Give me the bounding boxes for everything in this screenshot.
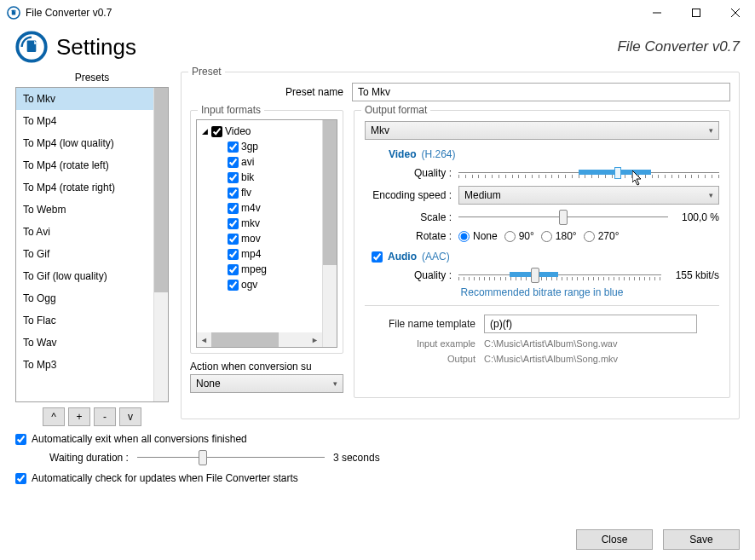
preset-name-input[interactable]	[352, 83, 730, 101]
format-checkbox[interactable]	[228, 172, 239, 183]
preset-item[interactable]: To Gif (low quality)	[16, 265, 153, 287]
tree-group-video[interactable]: ◢ Video	[199, 124, 320, 139]
header: Settings File Converter v0.7	[0, 26, 755, 72]
close-button[interactable]	[716, 0, 755, 26]
input-example-value: C:\Music\Artist\Album\Song.wav	[484, 338, 618, 349]
bottom-options: Automatically exit when all conversions …	[0, 426, 755, 484]
format-label: avi	[241, 156, 254, 168]
rotate-option[interactable]: 270°	[584, 230, 620, 242]
output-format-select[interactable]: Mkv ▾	[365, 121, 719, 140]
video-quality-slider[interactable]	[458, 165, 719, 181]
format-checkbox[interactable]	[228, 249, 239, 260]
tree-item[interactable]: mp4	[199, 246, 320, 262]
preset-move-down-button[interactable]: v	[119, 407, 141, 426]
format-checkbox[interactable]	[228, 234, 239, 245]
preset-item[interactable]: To Flac	[16, 309, 153, 332]
minimize-button[interactable]	[637, 0, 677, 26]
input-formats-vscroll[interactable]	[322, 120, 337, 347]
preset-item[interactable]: To Mp3	[16, 354, 153, 376]
tree-item[interactable]: flv	[199, 185, 320, 200]
scale-slider[interactable]	[458, 210, 668, 225]
preset-item[interactable]: To Gif	[16, 243, 153, 265]
preset-item[interactable]: To Webm	[16, 199, 153, 221]
rotate-radio[interactable]	[584, 231, 595, 242]
rotate-radio[interactable]	[504, 231, 516, 242]
auto-exit-label[interactable]: Automatically exit when all conversions …	[32, 433, 247, 445]
filename-template-input[interactable]	[484, 315, 697, 333]
preset-move-up-button[interactable]: ^	[43, 407, 65, 426]
encoding-speed-value: Medium	[464, 189, 501, 201]
input-formats-tree[interactable]: ◢ Video 3gp avi bik flv m4v mkv mov mp4 …	[196, 119, 337, 348]
rotate-label: Rotate :	[365, 230, 458, 242]
preset-item[interactable]: To Mp4 (low quality)	[16, 132, 153, 154]
preset-item[interactable]: To Mkv	[16, 88, 153, 110]
tree-item[interactable]: m4v	[199, 200, 320, 216]
audio-enable-checkbox[interactable]	[372, 251, 383, 263]
tree-item[interactable]: mov	[199, 231, 320, 246]
tree-item[interactable]: bik	[199, 170, 320, 185]
waiting-duration-slider[interactable]	[137, 450, 325, 465]
maximize-button[interactable]	[677, 0, 716, 26]
format-label: mpeg	[241, 263, 267, 275]
tree-item[interactable]: avi	[199, 154, 320, 170]
format-checkbox[interactable]	[228, 280, 239, 291]
tree-item[interactable]: 3gp	[199, 139, 320, 154]
tree-item[interactable]: mkv	[199, 216, 320, 231]
auto-exit-checkbox[interactable]	[15, 434, 26, 445]
audio-quality-slider[interactable]	[458, 268, 661, 283]
svg-rect-3	[693, 9, 700, 17]
save-button[interactable]: Save	[663, 529, 740, 550]
preset-item[interactable]: To Avi	[16, 221, 153, 243]
audio-section-title: Audio	[388, 251, 417, 263]
format-label: 3gp	[241, 141, 258, 153]
audio-quality-value: 155 kbit/s	[668, 269, 719, 281]
output-example-value: C:\Music\Artist\Album\Song.mkv	[484, 354, 618, 364]
format-checkbox[interactable]	[228, 203, 239, 214]
format-checkbox[interactable]	[228, 141, 239, 153]
preset-remove-button[interactable]: -	[94, 407, 116, 426]
input-formats-hscroll[interactable]: ◄ ►	[197, 332, 322, 347]
presets-column: Presets To MkvTo Mp4To Mp4 (low quality)…	[15, 72, 169, 426]
tree-expand-icon[interactable]: ◢	[202, 127, 209, 136]
auto-update-label[interactable]: Automatically check for updates when Fil…	[32, 472, 298, 484]
output-format-legend: Output format	[361, 104, 430, 116]
footer: Close Save	[576, 529, 740, 550]
chevron-down-icon: ▾	[709, 126, 713, 135]
rotate-option[interactable]: None	[458, 230, 498, 242]
preset-add-button[interactable]: +	[68, 407, 90, 426]
rotate-option[interactable]: 180°	[541, 230, 577, 242]
close-button-footer[interactable]: Close	[576, 529, 653, 550]
encoding-speed-select[interactable]: Medium ▾	[458, 186, 719, 205]
audio-reco-text: Recommended bitrate range in blue	[365, 286, 719, 298]
rotate-radio[interactable]	[541, 231, 552, 242]
waiting-duration-label: Waiting duration :	[49, 452, 129, 464]
group-label: Video	[225, 125, 251, 137]
video-section-title: Video	[389, 148, 416, 160]
app-logo-icon	[15, 31, 48, 63]
presets-scrollbar[interactable]	[153, 88, 168, 401]
rotate-radio[interactable]	[458, 231, 470, 242]
auto-update-checkbox[interactable]	[15, 473, 26, 484]
preset-item[interactable]: To Wav	[16, 332, 153, 354]
presets-listbox[interactable]: To MkvTo Mp4To Mp4 (low quality)To Mp4 (…	[15, 87, 169, 402]
output-format-value: Mkv	[371, 124, 389, 136]
preset-item[interactable]: To Mp4	[16, 110, 153, 132]
rotate-option[interactable]: 90°	[504, 230, 534, 242]
format-checkbox[interactable]	[228, 218, 239, 229]
tree-item[interactable]: mpeg	[199, 262, 320, 277]
preset-item[interactable]: To Mp4 (rotate right)	[16, 176, 153, 199]
format-checkbox[interactable]	[228, 157, 239, 168]
group-checkbox[interactable]	[211, 126, 222, 137]
rotate-option-label: 270°	[598, 230, 620, 242]
format-checkbox[interactable]	[228, 264, 239, 275]
tree-item[interactable]: ogv	[199, 277, 320, 292]
waiting-duration-value: 3 seconds	[333, 452, 380, 464]
conversion-action-select[interactable]: None ▾	[190, 374, 343, 393]
format-label: mov	[241, 233, 261, 245]
preset-item[interactable]: To Mp4 (rotate left)	[16, 154, 153, 176]
format-label: ogv	[241, 279, 257, 291]
preset-item[interactable]: To Ogg	[16, 287, 153, 309]
format-checkbox[interactable]	[228, 188, 239, 199]
app-icon	[7, 6, 20, 20]
output-format-fieldset: Output format Mkv ▾ Video (H.264) Qualit…	[354, 110, 730, 398]
